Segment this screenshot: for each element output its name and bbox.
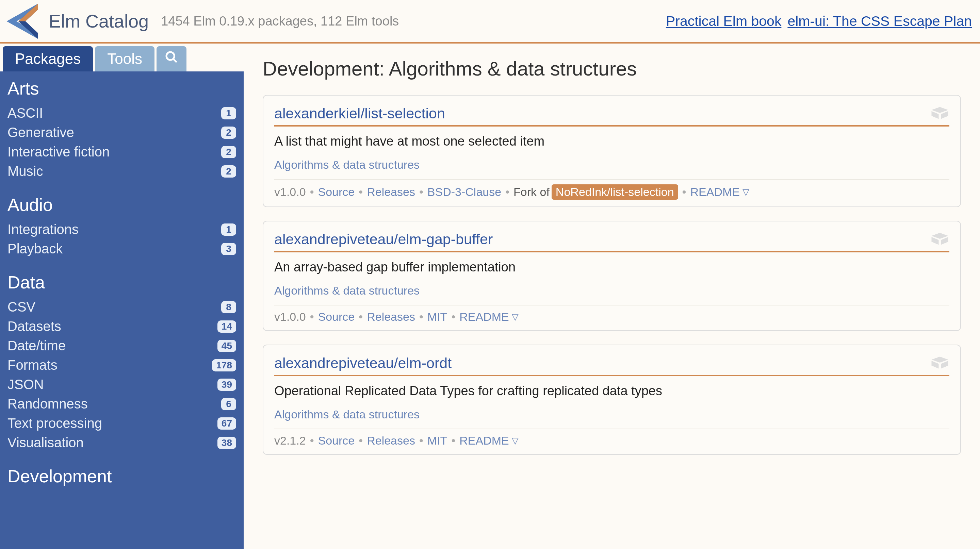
sidebar-tabs: Packages Tools [0, 44, 243, 71]
meta-separator: • [359, 186, 363, 198]
meta-separator: • [359, 310, 363, 324]
meta-separator: • [682, 186, 686, 198]
count-badge: 8 [221, 301, 236, 313]
package-card: alexandrepiveteau/elm-ordtOperational Re… [263, 344, 961, 455]
meta-separator: • [359, 434, 363, 447]
sidebar-item-label: Interactive fiction [8, 144, 110, 160]
meta-separator: • [310, 310, 314, 324]
category-group: Development [8, 466, 236, 486]
svg-line-4 [173, 59, 177, 62]
sidebar-item-label: Playback [8, 241, 63, 257]
package-description: A list that might have at most one selec… [274, 134, 950, 149]
package-tag-link[interactable]: Algorithms & data structures [274, 158, 420, 171]
sidebar-item[interactable]: Music2 [8, 162, 236, 181]
package-box-icon [930, 355, 950, 371]
package-tags: Algorithms & data structures [274, 158, 950, 171]
expand-icon[interactable]: ▽ [743, 187, 749, 197]
category-title[interactable]: Development [8, 466, 236, 486]
sidebar-item[interactable]: Integrations1 [8, 220, 236, 239]
package-card: alexanderkiel/list-selectionA list that … [263, 95, 961, 207]
site-header: Elm Catalog 1454 Elm 0.19.x packages, 11… [0, 0, 980, 44]
sidebar-item[interactable]: ASCII1 [8, 103, 236, 123]
meta-separator: • [451, 434, 455, 447]
sidebar-item-label: Visualisation [8, 435, 84, 451]
meta-separator: • [419, 186, 423, 198]
package-header: alexanderkiel/list-selection [274, 105, 950, 127]
package-description: An array-based gap buffer implementation [274, 260, 950, 274]
sidebar-item[interactable]: CSV8 [8, 297, 236, 317]
source-link[interactable]: Source [318, 310, 355, 324]
package-header: alexandrepiveteau/elm-gap-buffer [274, 231, 950, 252]
source-link[interactable]: Source [318, 186, 355, 198]
package-name-link[interactable]: alexandrepiveteau/elm-gap-buffer [274, 231, 493, 248]
count-badge: 3 [221, 243, 236, 255]
site-title[interactable]: Elm Catalog [49, 11, 149, 32]
package-tags: Algorithms & data structures [274, 408, 950, 421]
expand-icon[interactable]: ▽ [512, 435, 519, 446]
link-elm-ui[interactable]: elm-ui: The CSS Escape Plan [788, 13, 972, 29]
meta-separator: • [419, 310, 423, 324]
meta-separator: • [310, 434, 314, 447]
package-name-link[interactable]: alexanderkiel/list-selection [274, 105, 445, 122]
package-description: Operational Replicated Data Types for cr… [274, 384, 950, 398]
sidebar-item[interactable]: Formats178 [8, 355, 236, 375]
site-subtitle: 1454 Elm 0.19.x packages, 112 Elm tools [161, 14, 666, 29]
sidebar-item-label: Datasets [8, 319, 61, 334]
sidebar-item[interactable]: Randomness6 [8, 394, 236, 414]
sidebar-item[interactable]: Datasets14 [8, 317, 236, 336]
sidebar-item[interactable]: Visualisation38 [8, 433, 236, 452]
releases-link[interactable]: Releases [367, 310, 415, 324]
license-link[interactable]: MIT [427, 310, 447, 324]
package-card: alexandrepiveteau/elm-gap-bufferAn array… [263, 221, 961, 331]
sidebar-item[interactable]: Text processing67 [8, 414, 236, 433]
sidebar-item-label: Integrations [8, 222, 79, 237]
expand-icon[interactable]: ▽ [512, 312, 519, 322]
package-tag-link[interactable]: Algorithms & data structures [274, 408, 420, 421]
category-title[interactable]: Data [8, 272, 236, 292]
count-badge: 38 [218, 437, 236, 449]
package-tags: Algorithms & data structures [274, 284, 950, 297]
count-badge: 67 [218, 417, 236, 430]
readme-link[interactable]: README [690, 186, 740, 198]
package-name-link[interactable]: alexandrepiveteau/elm-ordt [274, 355, 452, 371]
package-tag-link[interactable]: Algorithms & data structures [274, 284, 420, 297]
package-version: v2.1.2 [274, 434, 306, 447]
sidebar-item-label: Music [8, 163, 43, 179]
package-version: v1.0.0 [274, 310, 306, 324]
sidebar-item[interactable]: Interactive fiction2 [8, 142, 236, 162]
site-logo[interactable] [3, 2, 42, 41]
license-link[interactable]: MIT [427, 434, 447, 447]
sidebar-item[interactable]: Date/time45 [8, 336, 236, 355]
source-link[interactable]: Source [318, 434, 355, 447]
sidebar: Packages Tools ArtsASCII1Generative2Inte… [0, 44, 243, 549]
svg-point-3 [166, 52, 174, 60]
sidebar-item[interactable]: Generative2 [8, 123, 236, 142]
sidebar-item[interactable]: JSON39 [8, 375, 236, 394]
header-links: Practical Elm book elm-ui: The CSS Escap… [666, 13, 972, 29]
sidebar-item-label: Text processing [8, 416, 102, 431]
svg-marker-2 [18, 3, 38, 21]
readme-link[interactable]: README [460, 434, 509, 447]
releases-link[interactable]: Releases [367, 186, 415, 198]
tab-tools[interactable]: Tools [95, 46, 154, 71]
link-practical-elm[interactable]: Practical Elm book [666, 13, 782, 29]
package-version: v1.0.0 [274, 186, 306, 198]
meta-separator: • [505, 186, 509, 198]
tab-packages[interactable]: Packages [3, 46, 93, 71]
sidebar-item-label: Date/time [8, 338, 66, 354]
tab-search[interactable] [156, 46, 186, 71]
fork-badge[interactable]: NoRedInk/list-selection [552, 184, 678, 200]
sidebar-item[interactable]: Playback3 [8, 239, 236, 259]
meta-separator: • [419, 434, 423, 447]
category-title[interactable]: Audio [8, 195, 236, 215]
count-badge: 2 [221, 165, 236, 178]
sidebar-item-label: Formats [8, 357, 57, 373]
category-group: ArtsASCII1Generative2Interactive fiction… [8, 78, 236, 181]
releases-link[interactable]: Releases [367, 434, 415, 447]
license-link[interactable]: BSD-3-Clause [427, 186, 501, 198]
package-meta: v2.1.2•Source•Releases•MIT•README▽ [274, 428, 950, 447]
package-box-icon [930, 231, 950, 248]
category-title[interactable]: Arts [8, 78, 236, 98]
page-title: Development: Algorithms & data structure… [263, 57, 961, 80]
readme-link[interactable]: README [460, 310, 509, 324]
